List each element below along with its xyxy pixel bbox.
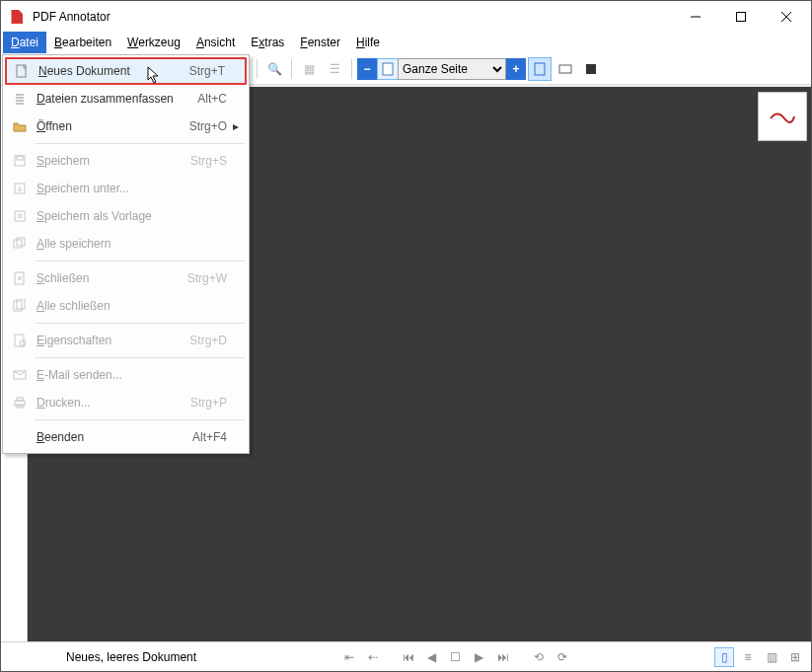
file-menu-item-17[interactable]: BeendenAlt+F4 xyxy=(5,423,247,451)
open-icon xyxy=(9,119,31,133)
svg-rect-1 xyxy=(737,12,746,21)
closeall-icon xyxy=(9,299,31,313)
menu-extras[interactable]: Extras xyxy=(243,32,292,53)
menu-item-label: Beenden xyxy=(31,430,178,444)
file-menu-item-9: SchließenStrg+W xyxy=(5,264,247,292)
menu-fenster[interactable]: Fenster xyxy=(292,32,348,53)
title-bar: PDF Annotator xyxy=(1,1,811,32)
submenu-arrow-icon: ▸ xyxy=(231,119,241,133)
menu-item-shortcut: Strg+W xyxy=(178,271,227,285)
zoom-plus-button[interactable]: + xyxy=(506,58,526,80)
scratch-pad[interactable] xyxy=(758,92,807,141)
menu-item-label: Alle schließen xyxy=(31,299,178,313)
menu-item-label: Speichern unter... xyxy=(31,182,178,195)
sb-page-prev-icon[interactable]: ⇠ xyxy=(363,647,383,667)
file-menu-item-0[interactable]: Neues DokumentStrg+T xyxy=(5,57,247,85)
close-icon xyxy=(9,271,31,285)
menu-hilfe[interactable]: Hilfe xyxy=(348,32,388,53)
menu-item-label: Drucken... xyxy=(31,396,178,410)
tb-align-icon[interactable]: ☰ xyxy=(323,57,346,81)
page-icon xyxy=(377,58,399,80)
svg-point-42 xyxy=(20,340,26,346)
app-logo-icon xyxy=(9,9,25,25)
menu-item-label: Neues Dokument xyxy=(33,64,176,78)
file-menu-dropdown: Neues DokumentStrg+TDateien zusammenfass… xyxy=(2,54,250,454)
file-menu-item-7: Alle speichern xyxy=(5,230,247,258)
sb-nav-last-icon[interactable]: ⏭ xyxy=(493,647,513,667)
file-menu-item-12: EigenschaftenStrg+D xyxy=(5,327,247,354)
zoom-control: − Ganze Seite + xyxy=(357,58,526,80)
file-menu-item-6: Speichern als Vorlage xyxy=(5,202,247,230)
mail-icon xyxy=(9,368,31,382)
menu-item-label: Öffnen xyxy=(31,119,178,133)
zoom-minus-button[interactable]: − xyxy=(357,58,377,80)
svg-rect-24 xyxy=(17,65,26,77)
svg-point-33 xyxy=(18,214,22,218)
savetpl-icon xyxy=(9,209,31,223)
saveas-icon xyxy=(9,182,31,195)
tb-search-icon[interactable]: 🔍 xyxy=(262,57,286,81)
print-icon xyxy=(9,396,31,410)
tb-fullscreen-icon[interactable] xyxy=(579,57,603,81)
sb-forward-icon[interactable]: ⟳ xyxy=(553,647,572,667)
sb-page-prev2-icon[interactable]: ⇤ xyxy=(339,647,359,667)
sb-nav-next-icon[interactable]: ▶ xyxy=(470,647,489,667)
menu-item-label: Eigenschaften xyxy=(31,334,178,347)
file-menu-item-4: SpeichernStrg+S xyxy=(5,147,247,175)
svg-rect-35 xyxy=(17,238,25,246)
tb-fitpage-icon[interactable] xyxy=(528,57,552,81)
sb-view-twocont-icon[interactable]: ⊞ xyxy=(785,647,805,667)
props-icon xyxy=(9,334,31,347)
svg-rect-7 xyxy=(383,63,393,75)
menu-item-label: E-Mail senden... xyxy=(31,368,178,382)
minimize-button[interactable] xyxy=(673,2,718,32)
sb-back-icon[interactable]: ⟲ xyxy=(529,647,549,667)
menu-item-label: Alle speichern xyxy=(31,237,178,251)
file-menu-item-10: Alle schließen xyxy=(5,292,247,320)
menu-item-shortcut: Strg+T xyxy=(176,64,225,78)
status-text: Neues, leeres Dokument xyxy=(66,650,196,664)
file-menu-item-15: Drucken...Strg+P xyxy=(5,389,247,416)
save-icon xyxy=(9,154,31,168)
saveall-icon xyxy=(9,237,31,251)
menu-item-label: Schließen xyxy=(31,271,178,285)
menu-ansicht[interactable]: Ansicht xyxy=(188,32,243,53)
new-icon xyxy=(11,64,33,78)
menu-item-shortcut: Strg+O xyxy=(178,119,227,133)
sb-view-cont-icon[interactable]: ≡ xyxy=(738,647,758,667)
menu-item-label: Speichern als Vorlage xyxy=(31,209,178,223)
sb-nav-page-icon[interactable]: ☐ xyxy=(446,647,466,667)
svg-rect-9 xyxy=(559,65,571,73)
sb-view-two-icon[interactable]: ▥ xyxy=(762,647,781,667)
menu-item-label: Speichern xyxy=(31,154,178,168)
menu-item-shortcut: Alt+C xyxy=(178,92,227,106)
menu-item-label: Dateien zusammenfassen xyxy=(31,92,178,106)
file-menu-item-14: E-Mail senden... xyxy=(5,361,247,389)
menu-bearbeiten[interactable]: Bearbeiten xyxy=(46,32,119,53)
svg-rect-8 xyxy=(535,63,545,75)
svg-rect-34 xyxy=(14,240,22,248)
maximize-button[interactable] xyxy=(718,2,764,32)
sb-view-single-icon[interactable]: ▯ xyxy=(714,647,734,667)
status-bar: Neues, leeres Dokument ⇤ ⇠ ⏮ ◀ ☐ ▶ ⏭ ⟲ ⟳… xyxy=(1,641,811,671)
menu-item-shortcut: Strg+P xyxy=(178,396,227,410)
svg-rect-32 xyxy=(15,211,25,221)
window-title: PDF Annotator xyxy=(33,10,673,24)
file-menu-item-1[interactable]: Dateien zusammenfassenAlt+C xyxy=(5,85,247,112)
zoom-select[interactable]: Ganze Seite xyxy=(398,58,506,80)
menu-bar: Datei Bearbeiten Werkzeug Ansicht Extras… xyxy=(1,32,811,53)
tb-fitwidth-icon[interactable] xyxy=(554,57,577,81)
menu-item-shortcut: Strg+D xyxy=(178,334,227,347)
file-menu-item-5: Speichern unter... xyxy=(5,175,247,202)
sb-nav-prev-icon[interactable]: ◀ xyxy=(422,647,442,667)
menu-datei[interactable]: Datei xyxy=(3,32,46,53)
menu-item-shortcut: Strg+S xyxy=(178,154,227,168)
svg-rect-30 xyxy=(17,156,23,160)
file-menu-item-2[interactable]: ÖffnenStrg+O▸ xyxy=(5,112,247,140)
svg-rect-45 xyxy=(17,398,23,401)
merge-icon xyxy=(9,92,31,106)
menu-werkzeug[interactable]: Werkzeug xyxy=(119,32,188,53)
tb-group-icon[interactable]: ▦ xyxy=(297,57,321,81)
sb-nav-first-icon[interactable]: ⏮ xyxy=(399,647,418,667)
close-button[interactable] xyxy=(764,2,809,32)
